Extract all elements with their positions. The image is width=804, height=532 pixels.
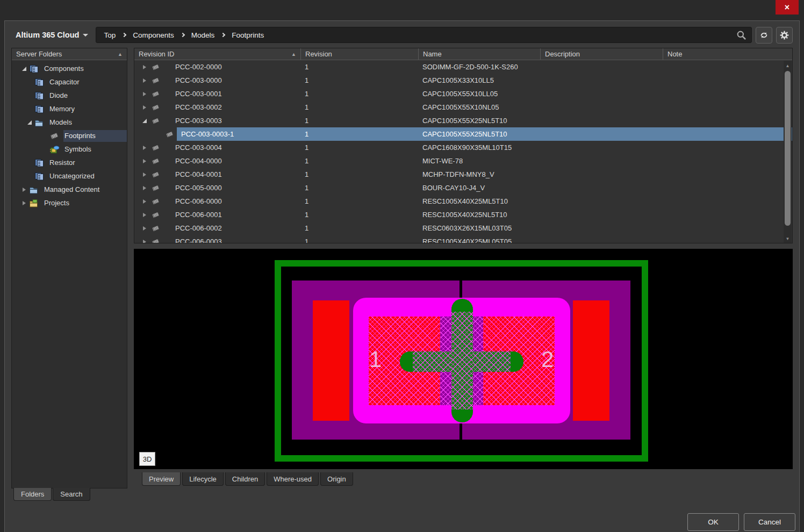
footprint-icon [150, 157, 161, 165]
scroll-up-button[interactable]: ▲ [784, 62, 792, 69]
table-row[interactable]: PCC-004-00011MCHP-TDFN-MNY8_V [134, 168, 792, 181]
table-row[interactable]: PCC-006-00001RESC1005X40X25ML5T10 [134, 195, 792, 208]
table-row[interactable]: PCC-006-00031RESC1005X40X25ML05T05 [134, 235, 792, 243]
search-tab[interactable]: Search [53, 488, 90, 501]
breadcrumb-item-top[interactable]: Top [104, 31, 116, 39]
collapsed-icon[interactable] [19, 185, 29, 194]
collapsed-icon[interactable] [140, 143, 149, 152]
footprint-icon [49, 132, 60, 140]
sidebar-item-components[interactable]: Components [12, 62, 127, 75]
collapsed-icon[interactable] [140, 63, 149, 71]
breadcrumb-item-footprints[interactable]: Footprints [232, 31, 264, 39]
table-row[interactable]: PCC-003-00001CAPC1005X33X10LL5 [134, 74, 792, 87]
refresh-button[interactable] [756, 27, 772, 44]
tab-preview[interactable]: Preview [142, 472, 181, 486]
column-header-note[interactable]: Note [663, 48, 792, 60]
footprint-icon [150, 184, 161, 192]
table-row[interactable]: PCC-006-00011RESC1005X40X25NL5T10 [134, 208, 792, 221]
collapsed-icon[interactable] [19, 199, 29, 207]
collapsed-icon[interactable] [140, 90, 149, 98]
sidebar-item-models[interactable]: Models [12, 116, 127, 129]
component-stack-icon [34, 91, 45, 100]
sidebar-item-managed-content[interactable]: Managed Content [12, 183, 127, 196]
header-bar: Altium 365 Cloud Top Components Models F… [11, 26, 793, 44]
cross-vertical-bar [451, 299, 473, 422]
sidebar-item-diode[interactable]: Diode [12, 89, 127, 102]
3d-mode-badge[interactable]: 3D [139, 452, 155, 466]
table-row[interactable]: PCC-002-00001SODIMM-GF-2D-500-1K-S260 [134, 60, 792, 74]
table-row[interactable]: PCC-003-00031CAPC1005X55X25NL5T10 [134, 114, 792, 127]
collapsed-icon[interactable] [140, 170, 149, 179]
expanded-icon[interactable] [140, 117, 149, 125]
server-folders-title: Server Folders [16, 50, 62, 58]
settings-button[interactable] [776, 27, 793, 44]
footprint-icon [164, 131, 175, 138]
cancel-button[interactable]: Cancel [744, 513, 795, 531]
footprint-icon [150, 198, 161, 205]
folders-tab[interactable]: Folders [13, 488, 52, 501]
side-bar-left [313, 300, 349, 421]
collapsed-icon[interactable] [140, 224, 149, 233]
server-folders-panel: Server Folders ▲ Components Capacitor Di… [11, 48, 127, 488]
window-close-button[interactable]: × [776, 0, 799, 15]
sort-asc-icon: ▲ [118, 52, 123, 57]
search-icon[interactable] [736, 30, 746, 40]
scroll-down-button[interactable]: ▼ [784, 235, 792, 242]
collapsed-icon[interactable] [140, 76, 149, 85]
sidebar-item-memory[interactable]: Memory [12, 102, 127, 116]
column-header-description[interactable]: Description [540, 48, 663, 60]
collapsed-icon[interactable] [140, 157, 149, 166]
refresh-sync-icon [759, 31, 769, 40]
component-stack-icon [34, 159, 45, 167]
ok-button[interactable]: OK [687, 513, 739, 531]
footprint-icon [150, 77, 161, 84]
breadcrumb-chevron-icon [122, 33, 126, 37]
table-row[interactable]: PCC-006-00021RESC0603X26X15ML03T05 [134, 221, 792, 235]
sidebar-item-resistor[interactable]: Resistor [12, 156, 127, 169]
table-row[interactable]: PCC-003-00041CAPC1608X90X35ML10T15 [134, 141, 792, 154]
projects-folder-icon [29, 199, 39, 207]
breadcrumb-item-models[interactable]: Models [191, 31, 215, 39]
collapsed-icon[interactable] [140, 184, 149, 192]
breadcrumb: Top Components Models Footprints [96, 27, 752, 43]
footprint-preview-canvas[interactable]: 1 2 3D [134, 249, 793, 469]
scrollbar-thumb[interactable] [785, 71, 791, 226]
sidebar-item-projects[interactable]: Projects [12, 196, 127, 210]
gear-icon [780, 31, 789, 40]
collapsed-icon[interactable] [140, 238, 149, 244]
breadcrumb-chevron-icon [181, 33, 185, 37]
footprint-icon [150, 144, 161, 152]
breadcrumb-chevron-icon [221, 33, 225, 37]
expanded-icon[interactable] [25, 118, 34, 127]
footprint-icon [150, 171, 161, 178]
vertical-scrollbar[interactable]: ▲ ▼ [784, 61, 792, 243]
sidebar-item-capacitor[interactable]: Capacitor [12, 75, 127, 89]
component-stack-icon [29, 64, 39, 73]
tab-where-used[interactable]: Where-used [267, 472, 319, 486]
sidebar-item-uncategorized[interactable]: Uncategorized [12, 169, 127, 183]
column-header-name[interactable]: Name [418, 48, 540, 60]
table-row[interactable]: PCC-003-00021CAPC1005X55X10NL05 [134, 100, 792, 114]
table-row-selected[interactable]: PCC-003-0003-11CAPC1005X55X25NL5T10 [134, 127, 792, 141]
tab-children[interactable]: Children [225, 472, 265, 486]
column-header-revision[interactable]: Revision [300, 48, 418, 60]
column-header-revision-id[interactable]: Revision ID▲ [134, 48, 300, 60]
folder-icon [34, 118, 45, 127]
expanded-icon[interactable] [19, 64, 29, 73]
sidebar-tab-bar: Folders Search [13, 488, 91, 501]
server-dropdown[interactable]: Altium 365 Cloud [11, 31, 91, 39]
tab-origin[interactable]: Origin [320, 472, 353, 486]
server-folders-header[interactable]: Server Folders ▲ [12, 48, 127, 60]
table-row[interactable]: PCC-005-00001BOUR-CAY10-J4_V [134, 181, 792, 195]
footprint-icon [150, 104, 161, 111]
collapsed-icon[interactable] [140, 197, 149, 206]
table-row[interactable]: PCC-004-00001MICT-WE-78 [134, 154, 792, 168]
collapsed-icon[interactable] [140, 211, 149, 219]
sidebar-item-symbols[interactable]: Symbols [12, 142, 127, 156]
sidebar-item-footprints[interactable]: Footprints [12, 129, 127, 142]
breadcrumb-item-components[interactable]: Components [133, 31, 174, 39]
footprint-icon [150, 117, 161, 125]
table-row[interactable]: PCC-003-00011CAPC1005X55X10LL05 [134, 87, 792, 100]
collapsed-icon[interactable] [140, 103, 149, 112]
tab-lifecycle[interactable]: Lifecycle [182, 472, 224, 486]
